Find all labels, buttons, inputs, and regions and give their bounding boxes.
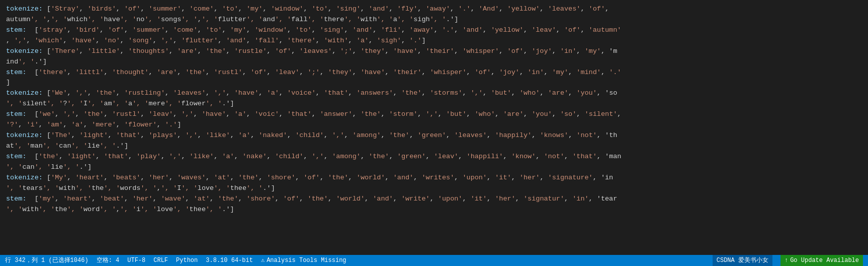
warning-text: Analysis Tools Missing xyxy=(267,256,346,265)
update-icon: ↑ xyxy=(785,256,788,265)
status-right: CSDNA 爱美书小女 ↑ Go Update Available xyxy=(713,255,863,266)
brand-label: CSDNA 爱美书小女 xyxy=(713,255,772,266)
line-ending: CRLF xyxy=(153,256,168,265)
status-left: 行 342，列 1 (已选择1046) 空格: 4 UTF-8 CRLF Pyt… xyxy=(5,256,713,265)
spaces: 空格: 4 xyxy=(97,256,120,265)
python-version: 3.8.10 64-bit xyxy=(206,256,253,265)
cursor-position: 行 342，列 1 (已选择1046) xyxy=(5,256,89,265)
encoding: UTF-8 xyxy=(127,256,145,265)
update-button[interactable]: ↑ Go Update Available xyxy=(780,255,863,266)
update-text: Go Update Available xyxy=(790,256,859,265)
warning-icon: ⚠ xyxy=(261,256,265,265)
analysis-tools-warning[interactable]: ⚠ Analysis Tools Missing xyxy=(261,256,346,265)
editor-content: tokenize: ['Stray', 'birds', 'of', 'summ… xyxy=(0,0,868,255)
language: Python xyxy=(176,256,198,265)
status-bar: 行 342，列 1 (已选择1046) 空格: 4 UTF-8 CRLF Pyt… xyxy=(0,255,868,266)
